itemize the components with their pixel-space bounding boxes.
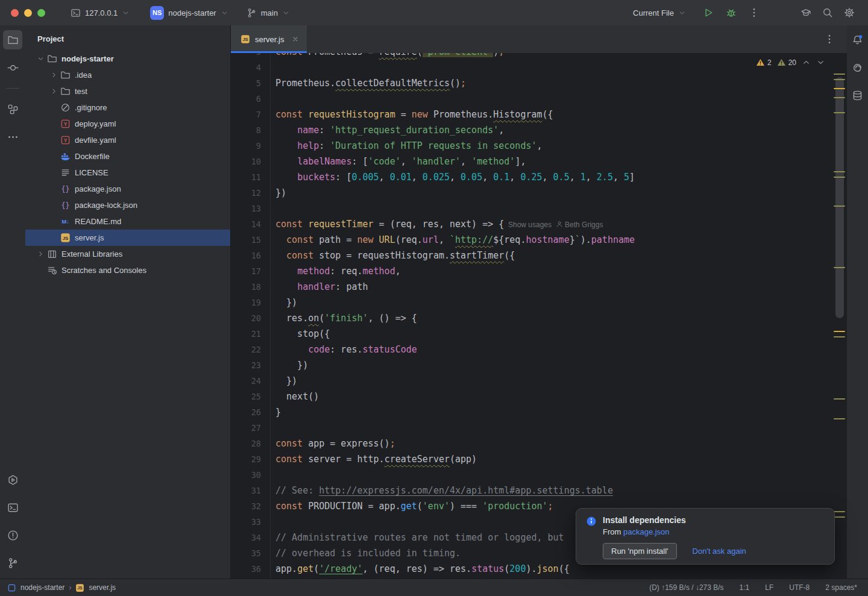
code-line-9[interactable]: 9 help: 'Duration of HTTP requests in se… xyxy=(231,138,847,154)
tree-item-dockerfile[interactable]: Dockerfile xyxy=(25,148,230,165)
version-control-button[interactable] xyxy=(3,553,22,572)
tree-item-package-lock-json[interactable]: {}package-lock.json xyxy=(25,197,230,213)
code-line-12[interactable]: 12}) xyxy=(231,185,847,201)
more-actions-button[interactable] xyxy=(745,4,763,22)
line-number: 22 xyxy=(231,342,261,357)
file-encoding-widget[interactable]: UTF-8 xyxy=(789,583,810,592)
line-separator-widget[interactable]: LF xyxy=(765,583,773,592)
chevron-right-icon[interactable] xyxy=(34,249,47,259)
host-selector[interactable]: 127.0.0.1 xyxy=(66,5,134,21)
scrollbar-thumb[interactable] xyxy=(835,77,844,318)
structure-button[interactable] xyxy=(3,99,22,119)
indent-style-widget[interactable]: 2 spaces* xyxy=(825,583,857,592)
code-line-21[interactable]: 21 stop({ xyxy=(231,326,847,342)
chevron-down-icon[interactable] xyxy=(34,54,47,64)
tree-item-gitignore[interactable]: .gitignore xyxy=(25,99,230,116)
code-line-27[interactable]: 27 xyxy=(231,420,847,436)
code-line-17[interactable]: 17 method: req.method, xyxy=(231,263,847,279)
next-problem-icon[interactable] xyxy=(816,58,825,67)
learn-button[interactable] xyxy=(797,4,815,22)
tree-item-readme-md[interactable]: M↓README.md xyxy=(25,213,230,230)
package-json-link[interactable]: package.json xyxy=(623,527,670,536)
code-line-16[interactable]: 16 const stop = requestHistogram.startTi… xyxy=(231,248,847,263)
code-line-5[interactable]: 5Prometheus.collectDefaultMetrics(); xyxy=(231,75,847,91)
settings-button[interactable] xyxy=(840,4,858,22)
services-button[interactable] xyxy=(3,470,22,489)
code-text: const requestHistogram = new Prometheus.… xyxy=(261,107,553,122)
code-line-28[interactable]: 28const app = express(); xyxy=(231,436,847,451)
database-button[interactable] xyxy=(848,86,867,105)
tree-item-nodejs-starter[interactable]: nodejs-starter xyxy=(25,51,230,67)
chevron-right-icon[interactable] xyxy=(47,87,60,96)
code-line-24[interactable]: 24 }) xyxy=(231,373,847,389)
code-line-26[interactable]: 26} xyxy=(231,404,847,420)
branch-selector[interactable]: main xyxy=(242,5,295,21)
code-editor[interactable]: 3const Prometheus = require('prom-client… xyxy=(231,53,847,579)
stripe-mark xyxy=(834,398,845,400)
run-configuration-selector[interactable]: Current File xyxy=(628,5,691,20)
code-line-25[interactable]: 25 next() xyxy=(231,389,847,404)
code-line-19[interactable]: 19 }) xyxy=(231,295,847,310)
close-icon[interactable] xyxy=(291,35,300,43)
code-line-20[interactable]: 20 res.on('finish', () => { xyxy=(231,310,847,326)
tree-item-deploy-yaml[interactable]: Ydeploy.yaml xyxy=(25,116,230,132)
code-line-18[interactable]: 18 handler: path xyxy=(231,279,847,295)
tree-item-license[interactable]: LICENSE xyxy=(25,165,230,181)
notifications-button[interactable] xyxy=(848,30,867,49)
ai-assistant-button[interactable] xyxy=(848,58,867,77)
code-lines: 3const Prometheus = require('prom-client… xyxy=(231,53,847,579)
previous-problem-icon[interactable] xyxy=(802,58,811,67)
run-npm-install-button[interactable]: Run 'npm install' xyxy=(603,543,677,559)
tab-options-icon[interactable] xyxy=(820,30,838,48)
breadcrumb-project[interactable]: nodejs-starter xyxy=(20,583,64,592)
dont-ask-again-link[interactable]: Don't ask again xyxy=(693,547,746,556)
errors-badge[interactable]: 2 xyxy=(756,58,772,67)
tree-item-package-json[interactable]: {}package.json xyxy=(25,181,230,197)
tree-item-server-js[interactable]: JSserver.js xyxy=(25,230,230,246)
cursor-position-widget[interactable]: 1:1 xyxy=(740,583,750,592)
code-line-29[interactable]: 29const server = http.createServer(app) xyxy=(231,451,847,467)
code-line-4[interactable]: 4 xyxy=(231,60,847,75)
code-line-22[interactable]: 22 code: res.statusCode xyxy=(231,342,847,357)
code-line-3[interactable]: 3const Prometheus = require('prom-client… xyxy=(231,53,847,60)
tree-item-external-libraries[interactable]: External Libraries xyxy=(25,246,230,262)
code-line-13[interactable]: 13 xyxy=(231,201,847,216)
code-line-11[interactable]: 11 buckets: [0.005, 0.01, 0.025, 0.05, 0… xyxy=(231,169,847,185)
error-stripe[interactable] xyxy=(831,53,847,579)
code-line-14[interactable]: 14const requestTimer = (req, res, next) … xyxy=(231,216,847,232)
commit-button[interactable] xyxy=(3,58,22,77)
minimize-window-button[interactable] xyxy=(24,9,32,17)
problems-button[interactable] xyxy=(3,525,22,545)
breadcrumb-file[interactable]: server.js xyxy=(89,583,116,592)
line-number: 15 xyxy=(231,232,261,248)
code-line-23[interactable]: 23 }) xyxy=(231,357,847,373)
tree-item-devfile-yaml[interactable]: Ydevfile.yaml xyxy=(25,132,230,148)
code-line-37[interactable]: 37app.get('/live', (req, res) => res.sta… xyxy=(231,577,847,579)
code-line-8[interactable]: 8 name: 'http_request_duration_seconds', xyxy=(231,122,847,138)
close-window-button[interactable] xyxy=(11,9,19,17)
code-line-10[interactable]: 10 labelNames: ['code', 'handler', 'meth… xyxy=(231,154,847,169)
project-selector[interactable]: NS nodejs-starter xyxy=(145,3,233,23)
code-line-31[interactable]: 31// See: http://expressjs.com/en/4x/api… xyxy=(231,483,847,498)
tree-item-test[interactable]: test xyxy=(25,83,230,99)
code-line-30[interactable]: 30 xyxy=(231,467,847,483)
code-text: // overhead is included in timing. xyxy=(261,545,461,561)
chevron-right-icon[interactable] xyxy=(47,71,60,80)
terminal-button[interactable] xyxy=(3,498,22,517)
tree-item-idea[interactable]: .idea xyxy=(25,67,230,83)
run-button[interactable] xyxy=(699,4,717,22)
project-button[interactable] xyxy=(3,30,22,49)
tab-server-js[interactable]: JS server.js xyxy=(231,25,307,53)
code-line-15[interactable]: 15 const path = new URL(req.url, `http:/… xyxy=(231,232,847,248)
code-line-6[interactable]: 6 xyxy=(231,91,847,107)
more-tools-button[interactable] xyxy=(3,127,22,146)
maximize-window-button[interactable] xyxy=(37,9,45,17)
network-speed-widget[interactable]: (D) ↑159 B/s / ↓273 B/s xyxy=(649,583,723,592)
tree-item-scratches-and-consoles[interactable]: Scratches and Consoles xyxy=(25,262,230,278)
warning-count: 2 xyxy=(767,58,772,67)
window-controls[interactable] xyxy=(0,9,45,17)
code-line-7[interactable]: 7const requestHistogram = new Prometheus… xyxy=(231,107,847,122)
search-everywhere-button[interactable] xyxy=(819,4,837,22)
weak-warnings-badge[interactable]: 20 xyxy=(777,58,796,67)
debug-button[interactable] xyxy=(722,4,740,22)
